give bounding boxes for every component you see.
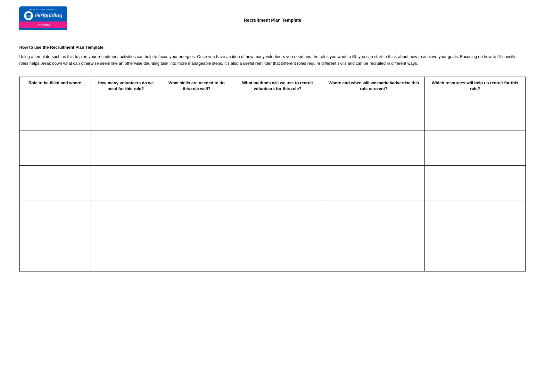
- table-cell-r3-c1[interactable]: [20, 165, 90, 201]
- logo-brand-text: Girlguiding: [35, 13, 62, 19]
- table-cell-r2-c1[interactable]: [20, 130, 90, 165]
- table-cell-r4-c4[interactable]: [232, 201, 323, 236]
- page-header: WE DISCOVER, WE GROW GG Girlguiding Scot…: [19, 6, 526, 35]
- table-header-col-3: What skills are needed to do this role w…: [161, 77, 232, 95]
- table-header-col-2: How many volunteers do we need for this …: [90, 77, 161, 95]
- table-cell-r4-c5[interactable]: [323, 201, 424, 236]
- table-cell-r5-c1[interactable]: [20, 236, 90, 271]
- table-row: [20, 95, 526, 130]
- table-cell-r5-c6[interactable]: [424, 236, 525, 271]
- logo-tagline: WE DISCOVER, WE GROW: [29, 8, 57, 11]
- intro-heading: How to use the Recruitment Plan Template: [19, 45, 526, 50]
- table-row: [20, 236, 526, 271]
- table-cell-r3-c2[interactable]: [90, 165, 161, 201]
- table-header-col-6: Which resources will help us recruit for…: [424, 77, 525, 95]
- table-cell-r2-c5[interactable]: [323, 130, 424, 165]
- table-cell-r4-c6[interactable]: [424, 201, 525, 236]
- table-cell-r1-c3[interactable]: [161, 95, 232, 130]
- table-header-col-5: Where and when will we market/advertise …: [323, 77, 424, 95]
- logo-icon: GG: [24, 11, 33, 20]
- table-cell-r3-c4[interactable]: [232, 165, 323, 201]
- table-cell-r4-c1[interactable]: [20, 201, 90, 236]
- table-cell-r1-c2[interactable]: [90, 95, 161, 130]
- table-cell-r3-c6[interactable]: [424, 165, 525, 201]
- svg-text:GG: GG: [26, 14, 31, 18]
- table-cell-r2-c6[interactable]: [424, 130, 525, 165]
- table-row: [20, 165, 526, 201]
- table-cell-r2-c3[interactable]: [161, 130, 232, 165]
- table-row: [20, 130, 526, 165]
- document-title: Recruitment Plan Template: [70, 6, 475, 23]
- logo-region-text: Scotland: [37, 23, 50, 27]
- table-cell-r5-c5[interactable]: [323, 236, 424, 271]
- table-header-col-1: Role to be filled and where: [20, 77, 90, 95]
- table-cell-r2-c2[interactable]: [90, 130, 161, 165]
- table-cell-r1-c4[interactable]: [232, 95, 323, 130]
- table-cell-r1-c1[interactable]: [20, 95, 90, 130]
- table-cell-r4-c2[interactable]: [90, 201, 161, 236]
- table-cell-r3-c3[interactable]: [161, 165, 232, 201]
- table-cell-r5-c4[interactable]: [232, 236, 323, 271]
- logo: WE DISCOVER, WE GROW GG Girlguiding Scot…: [19, 6, 70, 35]
- table-cell-r1-c5[interactable]: [323, 95, 424, 130]
- table-header-col-4: What methods will we use to recruit volu…: [232, 77, 323, 95]
- table-cell-r1-c6[interactable]: [424, 95, 525, 130]
- table-cell-r2-c4[interactable]: [232, 130, 323, 165]
- table-row: [20, 201, 526, 236]
- recruitment-table: Role to be filled and where How many vol…: [19, 77, 526, 271]
- table-cell-r5-c2[interactable]: [90, 236, 161, 271]
- intro-body: Using a template such as this to plan yo…: [19, 54, 519, 67]
- table-cell-r5-c3[interactable]: [161, 236, 232, 271]
- table-header-row: Role to be filled and where How many vol…: [20, 77, 526, 95]
- table-cell-r3-c5[interactable]: [323, 165, 424, 201]
- table-cell-r4-c3[interactable]: [161, 201, 232, 236]
